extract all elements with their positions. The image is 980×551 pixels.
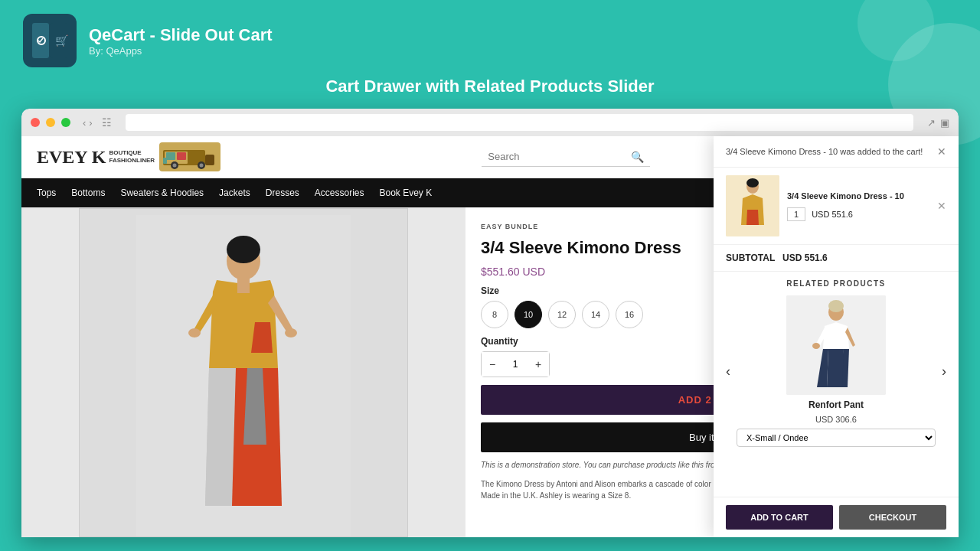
browser-fullscreen-icon[interactable]: ▣ [940,117,949,129]
search-icon[interactable]: 🔍 [631,151,644,163]
browser-dot-yellow[interactable] [46,118,55,127]
page-subtitle: Cart Drawer with Related Products Slider [0,67,980,109]
logo-boutique: BOUTIQUE FASHIONLINER [109,149,155,164]
browser-actions: ↗ ▣ [927,117,949,129]
svg-text:🛒: 🛒 [55,34,69,47]
product-image-area [21,207,466,537]
cart-qty-box[interactable]: 1 [787,207,805,221]
browser-grid-icon: ☷ [102,116,112,129]
cart-checkout-button[interactable]: checKout [839,505,946,530]
browser-dot-red[interactable] [31,118,40,127]
shop-search-bar[interactable]: 🔍 [482,148,650,167]
nav-bottoms[interactable]: Bottoms [71,187,105,198]
nav-accessories[interactable]: Accessories [315,187,364,198]
svg-point-25 [828,300,844,312]
svg-rect-13 [163,158,167,164]
svg-point-17 [188,328,201,337]
cart-item-info: 3/4 Sleeve Kimono Dress - 10 1 USD 551.6 [787,191,929,221]
related-product-name: Renfort Pant [808,399,864,410]
cart-drawer: 3/4 Sleeve Kimono Dress - 10 was added t… [714,136,959,537]
cart-item-name: 3/4 Sleeve Kimono Dress - 10 [787,191,929,201]
slider-next-arrow[interactable]: › [942,364,946,380]
logo-text: EVEY K [37,147,106,168]
svg-point-10 [173,164,177,168]
svg-rect-8 [205,155,214,165]
shop-container: EVEY K BOUTIQUE FASHIONLINER [21,136,959,537]
qty-decrease[interactable]: − [482,352,503,377]
shop-logo: EVEY K BOUTIQUE FASHIONLINER [37,142,220,171]
cart-add-to-cart-button[interactable]: ADD TO CART [726,505,833,530]
nav-dresses[interactable]: Dresses [266,187,299,198]
cart-subtotal: SUBTOTAL USD 551.6 [714,245,959,272]
related-product-variant-select[interactable]: X-Small / Ondee [737,429,936,447]
browser-chrome: ‹ › ☷ ↗ ▣ [21,109,959,136]
size-12[interactable]: 12 [548,301,576,328]
svg-point-18 [285,328,297,337]
cart-footer: ADD TO CART checKout [714,497,959,537]
svg-point-16 [227,236,260,263]
qty-value: 1 [503,359,528,370]
related-product-card: Renfort Pant USD 306.6 X-Small / Ondee [737,295,936,447]
plugin-subtitle: By: QeApps [89,45,273,57]
cart-item-price-label: USD 551.6 [812,210,853,219]
svg-rect-7 [177,152,186,160]
svg-rect-6 [166,152,175,160]
cart-remove-icon[interactable]: ✕ [937,200,946,212]
cart-notification: 3/4 Sleeve Kimono Dress - 10 was added t… [714,136,959,168]
nav-tops[interactable]: Tops [37,187,56,198]
subtotal-value: USD 551.6 [782,253,828,263]
cart-item-image [726,175,779,236]
related-products-title: RELATED PRODUCTS [726,279,946,288]
plugin-logo: 🛒 [23,14,77,67]
browser-window: ‹ › ☷ ↗ ▣ EVEY K BOUTIQUE FASHIONLINER [21,109,959,537]
svg-point-12 [200,164,204,168]
related-product-svg [786,295,886,395]
plugin-title-block: QeCart - Slide Out Cart By: QeApps [89,25,273,57]
svg-rect-19 [237,278,250,293]
related-product-image [786,295,886,395]
svg-point-26 [812,343,820,349]
slider-prev-arrow[interactable]: ‹ [726,364,730,380]
cart-item-qty-price: 1 USD 551.6 [787,207,929,221]
subtotal-label: SUBTOTAL [726,253,775,263]
cart-related: RELATED PRODUCTS ‹ [714,272,959,497]
product-dress-svg [136,215,351,536]
plugin-title: QeCart - Slide Out Cart [89,25,273,45]
cart-item-row: 3/4 Sleeve Kimono Dress - 10 1 USD 551.6… [714,168,959,245]
nav-sweaters[interactable]: Sweaters & Hoodies [120,187,204,198]
related-slider: ‹ [726,295,946,447]
browser-dot-green[interactable] [61,118,70,127]
plugin-header: 🛒 QeCart - Slide Out Cart By: QeApps [0,0,980,67]
cart-close-icon[interactable]: ✕ [937,145,946,158]
browser-back-arrow[interactable]: ‹ [83,117,86,129]
nav-jackets[interactable]: Jackets [219,187,250,198]
related-product-price: USD 306.6 [815,415,857,424]
size-16[interactable]: 16 [616,301,643,328]
browser-forward-arrow[interactable]: › [89,117,92,129]
cart-notification-text: 3/4 Sleeve Kimono Dress - 10 was added t… [726,147,923,156]
search-input[interactable] [488,151,625,162]
product-image [79,208,408,537]
size-10[interactable]: 10 [514,301,542,328]
svg-point-22 [746,178,759,187]
size-14[interactable]: 14 [582,301,609,328]
browser-arrows: ‹ › [83,117,93,129]
nav-book[interactable]: Book Evey K [380,187,433,198]
cart-item-svg [726,175,779,236]
qty-increase[interactable]: + [528,352,549,377]
browser-share-icon[interactable]: ↗ [927,117,936,129]
browser-url-bar[interactable] [126,114,913,131]
logo-truck [159,142,220,171]
size-8[interactable]: 8 [481,301,508,328]
